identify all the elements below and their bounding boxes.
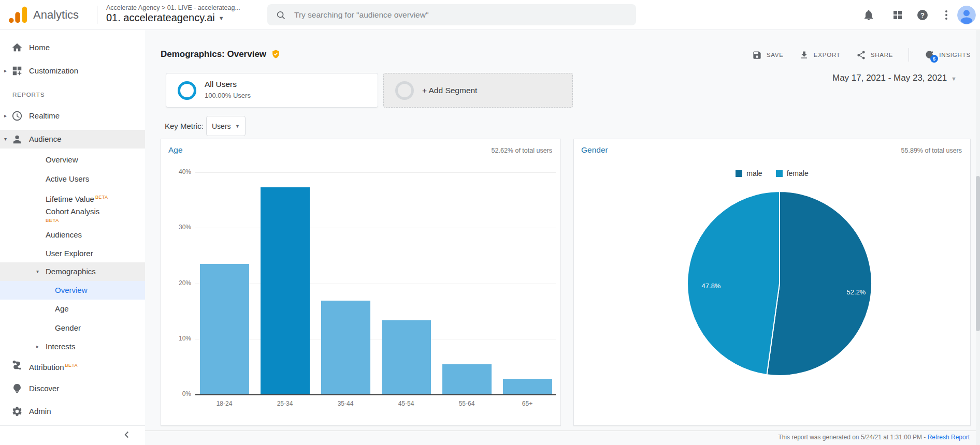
analytics-logo-icon: [7, 5, 30, 25]
insights-button[interactable]: 5 INSIGHTS: [925, 50, 971, 60]
sidebar-item-attribution[interactable]: AttributionBETA: [0, 356, 145, 375]
sidebar-item-user-explorer[interactable]: User Explorer: [0, 244, 145, 263]
beta-badge: BETA: [95, 195, 108, 200]
main-content: Demographics: Overview SAVE EXPORT SHARE…: [145, 29, 980, 445]
sidebar-item-audience-overview[interactable]: Overview: [0, 151, 145, 169]
date-range-text: May 17, 2021 - May 23, 2021: [832, 73, 947, 83]
age-bar-55-64[interactable]: [442, 364, 492, 394]
age-bar-45-54[interactable]: [382, 320, 431, 394]
clock-icon: [11, 110, 23, 122]
generated-text: This report was generated on 5/24/21 at …: [778, 434, 927, 441]
date-range-selector[interactable]: May 17, 2021 - May 23, 2021▼: [832, 73, 957, 83]
gridline: [195, 339, 556, 339]
y-axis-tick: 40%: [168, 168, 191, 175]
sidebar-item-label: Age: [55, 300, 69, 318]
customization-icon: [11, 65, 23, 77]
sidebar-item-demographics[interactable]: ▾Demographics: [0, 262, 145, 281]
insights-button-label: INSIGHTS: [939, 52, 971, 58]
add-segment-ring-icon: [395, 81, 414, 100]
segment-title: All Users: [205, 80, 237, 89]
chevron-down-icon: ▾: [36, 262, 39, 281]
help-icon[interactable]: ?: [916, 9, 929, 21]
legend-swatch: [776, 170, 783, 177]
age-bar-65+[interactable]: [503, 379, 552, 394]
chevron-right-icon: ▸: [4, 62, 7, 80]
breadcrumb[interactable]: Accelerate Agency > 01. LIVE - accelerat…: [106, 4, 240, 11]
share-icon: [856, 50, 866, 60]
sidebar-item-interests[interactable]: ▸Interests: [0, 337, 145, 356]
sidebar-item-label: Home: [29, 38, 50, 57]
y-axis-tick: 10%: [168, 335, 191, 342]
save-icon: [752, 50, 762, 60]
sidebar-item-label: Overview: [55, 281, 88, 300]
chevron-right-icon: ▸: [36, 337, 39, 356]
account-selector[interactable]: 01. accelerateagency.ai▼: [106, 12, 224, 24]
x-axis-tick: 25-34: [262, 400, 308, 407]
google-apps-grid-icon[interactable]: [891, 9, 904, 21]
key-metric-label: Key Metric:: [165, 122, 204, 130]
save-button[interactable]: SAVE: [752, 50, 784, 60]
sidebar-item-discover[interactable]: Discover: [0, 379, 145, 398]
y-axis-tick: 30%: [168, 224, 191, 231]
export-button[interactable]: EXPORT: [799, 50, 841, 60]
x-axis-tick: 65+: [504, 400, 551, 407]
export-button-label: EXPORT: [814, 52, 841, 58]
refresh-report-link[interactable]: Refresh Report: [928, 434, 970, 441]
app-name: Analytics: [33, 0, 79, 29]
user-avatar[interactable]: [957, 6, 976, 24]
gender-slice-male[interactable]: [767, 191, 872, 376]
svg-text:?: ?: [920, 11, 925, 19]
age-panel: Age 52.62% of total users 40%30%20%10%0%…: [161, 139, 561, 426]
sidebar-item-demographics-overview[interactable]: Overview: [0, 281, 145, 300]
report-footer: This report was generated on 5/24/21 at …: [778, 434, 970, 441]
sidebar-item-audiences[interactable]: Audiences: [0, 226, 145, 244]
x-axis-tick: 35-44: [322, 400, 369, 407]
sidebar-item-demographics-age[interactable]: Age: [0, 300, 145, 318]
sidebar-item-home[interactable]: Home: [0, 38, 145, 57]
sidebar-section-reports: REPORTS: [12, 92, 45, 98]
gridline: [195, 284, 556, 284]
age-bar-18-24[interactable]: [200, 264, 249, 394]
sidebar-item-audience[interactable]: ▾Audience: [0, 130, 145, 149]
attribution-icon: [11, 360, 23, 371]
age-bar-35-44[interactable]: [321, 301, 370, 394]
notifications-bell-icon[interactable]: [862, 9, 875, 21]
home-icon: [11, 42, 23, 53]
age-bar-25-34[interactable]: [261, 187, 310, 394]
verified-shield-icon: [271, 49, 281, 59]
chevron-down-icon: ▼: [235, 124, 240, 129]
beta-badge: BETA: [46, 217, 59, 224]
scrollbar-thumb[interactable]: [976, 176, 980, 331]
share-button-label: SHARE: [871, 52, 893, 58]
gender-panel-title[interactable]: Gender: [581, 145, 608, 155]
insights-icon: 5: [925, 50, 934, 60]
app-header: Analytics Accelerate Agency > 01. LIVE -…: [0, 0, 980, 30]
key-metric-dropdown[interactable]: Users▼: [206, 116, 246, 136]
sidebar-collapse-button[interactable]: [121, 429, 136, 443]
search-input[interactable]: [293, 10, 616, 20]
key-metric-value: Users: [212, 122, 231, 130]
footer-divider: [145, 431, 980, 431]
sidebar-item-label: Gender: [55, 319, 81, 337]
y-axis-tick: 20%: [168, 279, 191, 287]
sidebar-item-admin[interactable]: Admin: [0, 402, 145, 421]
segment-all-users[interactable]: All Users 100.00% Users: [166, 73, 378, 108]
more-vertical-icon[interactable]: [940, 9, 953, 21]
sidebar-item-label: Audiences: [46, 226, 82, 244]
legend-item-male: male: [736, 169, 762, 177]
add-segment-button[interactable]: + Add Segment: [383, 73, 573, 108]
chevron-right-icon: ▸: [4, 107, 7, 125]
gridline: [195, 228, 556, 228]
segment-subtitle: 100.00% Users: [205, 92, 251, 99]
sidebar-item-active-users[interactable]: Active Users: [0, 170, 145, 188]
sidebar-item-cohort-analysis[interactable]: Cohort AnalysisBETA: [0, 204, 145, 227]
gender-panel: Gender 55.89% of total users malefemale …: [573, 139, 971, 426]
legend-label: female: [787, 169, 809, 177]
header-divider: [97, 6, 97, 24]
share-button[interactable]: SHARE: [856, 50, 893, 60]
sidebar-item-customization[interactable]: ▸Customization: [0, 62, 145, 80]
x-axis-tick: 18-24: [201, 400, 248, 407]
page-title-text: Demographics: Overview: [161, 49, 266, 59]
sidebar-item-realtime[interactable]: ▸Realtime: [0, 107, 145, 125]
sidebar-item-demographics-gender[interactable]: Gender: [0, 319, 145, 337]
